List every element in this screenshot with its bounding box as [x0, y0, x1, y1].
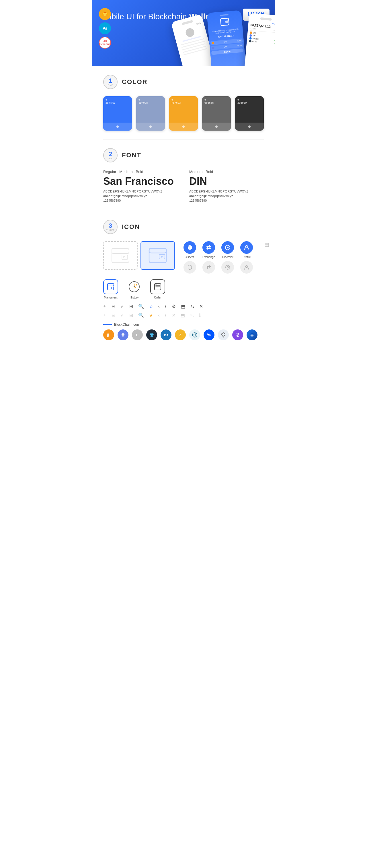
blockchain-label: BlockChain Icon: [103, 322, 264, 327]
download-icon-gray: ⬒: [181, 313, 185, 318]
nav-icon-exchange: Exchange: [202, 241, 215, 259]
icon-section: 3 THREE ICON: [92, 211, 275, 349]
share-icon: ⟨: [165, 304, 167, 309]
svg-text:DASH: DASH: [164, 334, 169, 337]
svg-point-6: [123, 256, 125, 258]
swap-icon: ⇆: [190, 304, 194, 309]
svg-text:₿: ₿: [107, 333, 109, 337]
dash-icon: DASH: [161, 330, 171, 340]
nav-icon-assets-gray: [184, 261, 196, 274]
network-coin-icon: [189, 330, 200, 340]
svg-rect-9: [149, 248, 166, 263]
check-icon: ✓: [120, 304, 124, 309]
matic-icon: [232, 330, 243, 340]
color-swatches: #3574FA #8DA0C8 #F5A623 #666666 #303030: [103, 96, 264, 131]
svg-marker-38: [221, 333, 225, 337]
icon-section-number: 3 THREE: [103, 220, 117, 234]
svg-rect-3: [112, 248, 129, 253]
nav-exchange-label: Exchange: [202, 255, 215, 259]
svg-rect-20: [108, 284, 114, 286]
swatch-orange: #F5A623: [169, 96, 198, 131]
nav-icon-profile: Profile: [240, 241, 253, 259]
font-din: Medium · Bold DIN ABCDEFGHIJKLMNOPQRSTUV…: [189, 169, 264, 202]
small-icons-row-1: + ⊟ ✓ ⊞ 🔍 ☆ ‹ ⟨ ⚙ ⬒ ⇆ ✕: [103, 303, 264, 309]
chat-icon: ▤: [264, 241, 269, 248]
font-section-header: 2 TWO FONT: [103, 148, 264, 162]
font-section-title: FONT: [122, 152, 141, 159]
sketch-badge: [99, 8, 111, 20]
screens-badge: 60+Screens: [99, 37, 111, 49]
nav-icon-discover: Discover: [221, 241, 234, 259]
svg-rect-1: [225, 20, 228, 23]
svg-rect-2: [112, 248, 129, 263]
font-section: 2 TWO FONT Regular · Medium · Bold San F…: [92, 140, 275, 211]
color-section-header: 1 ONE COLOR: [103, 75, 264, 89]
icon-wireframe-1: [103, 241, 138, 270]
ps-badge: Ps: [99, 22, 111, 34]
plus-icon-gray: +: [103, 312, 106, 318]
waves-icon: [204, 330, 215, 340]
svg-point-24: [134, 286, 135, 287]
list-icon: ⊟: [112, 304, 115, 309]
order-label: Order: [154, 296, 162, 299]
share-icon-gray: ⟨: [165, 313, 167, 318]
search-icon: 🔍: [138, 304, 144, 309]
color-section-title: COLOR: [122, 78, 147, 86]
svg-point-25: [136, 284, 137, 286]
stack-icon: ≡: [274, 242, 275, 248]
nav-icon-discover-gray: [221, 261, 234, 274]
font-section-number: 2 TWO: [103, 148, 117, 162]
zcash-icon: Z: [175, 330, 186, 340]
star-icon: ☆: [149, 304, 153, 309]
hero-section: Mobile UI for Blockchain Wallet UI Kit P…: [92, 0, 275, 66]
svg-point-17: [227, 267, 228, 268]
plus-icon: +: [103, 303, 106, 309]
grid-icon-gray: ⊞: [129, 313, 133, 318]
crypto-icons-row: ₿ Ł DASH: [103, 330, 264, 340]
nav-icon-assets: Assets: [184, 241, 196, 259]
nav-icon-management: Mangment: [103, 279, 118, 299]
svg-rect-22: [112, 287, 114, 289]
font-sf: Regular · Medium · Bold San Francisco AB…: [103, 169, 178, 202]
blue-coin-icon: [247, 330, 257, 340]
swatch-blue: #3574FA: [103, 96, 132, 131]
phone-mockups-area: Profile: [172, 11, 275, 66]
nav-assets-label: Assets: [186, 255, 194, 259]
misc-icons: ▤ ≡ ☽ ● 💬 ℹ: [264, 241, 275, 248]
color-section: 1 ONE COLOR #3574FA #8DA0C8 #F5A623 #666…: [92, 66, 275, 139]
nav-icon-order: Order: [150, 279, 165, 299]
close-icon: ✕: [199, 304, 203, 309]
settings-icon: ⚙: [172, 304, 176, 309]
nav-icons-colored: Assets Exchange: [184, 241, 253, 274]
swatch-gray-blue: #8DA0C8: [136, 96, 165, 131]
settings-icon-gray: ✕: [172, 313, 175, 318]
back-icon: ‹: [158, 304, 160, 309]
ethereum-icon: [117, 330, 129, 340]
phone-mockup-3: myWallet $6,297,502.12 12-298738-2003 BT…: [244, 13, 275, 66]
svg-point-14: [227, 247, 228, 248]
icon-section-title: ICON: [122, 223, 140, 230]
bitcoin-icon: ₿: [103, 330, 114, 340]
nav-icon-history: History: [127, 279, 142, 299]
list-icon-gray: ⊟: [112, 313, 115, 318]
check-icon-gray: ✓: [120, 313, 124, 318]
bottom-nav-icons: Mangment History: [103, 279, 264, 299]
svg-point-18: [246, 266, 248, 268]
swap-icon-gray: ⇆: [190, 313, 194, 318]
color-section-number: 1 ONE: [103, 75, 117, 89]
grid-icon: ⊞: [129, 304, 133, 309]
svg-rect-4: [122, 255, 128, 259]
litecoin-icon: Ł: [132, 330, 143, 340]
download-icon: ⬒: [181, 304, 185, 309]
star-icon-active: ★: [149, 313, 153, 318]
management-label: Mangment: [104, 296, 117, 299]
nav-profile-label: Profile: [243, 255, 251, 259]
phone-mockup-2: Character may be mastered in the good mo…: [207, 10, 246, 66]
svg-rect-10: [149, 248, 166, 253]
swatch-dark: #303030: [235, 96, 264, 131]
svg-point-15: [246, 246, 248, 248]
hero-badges: Ps 60+Screens: [99, 8, 111, 49]
back-icon-gray: ‹: [158, 313, 160, 318]
swatch-gray: #666666: [202, 96, 231, 131]
svg-point-16: [226, 265, 230, 270]
